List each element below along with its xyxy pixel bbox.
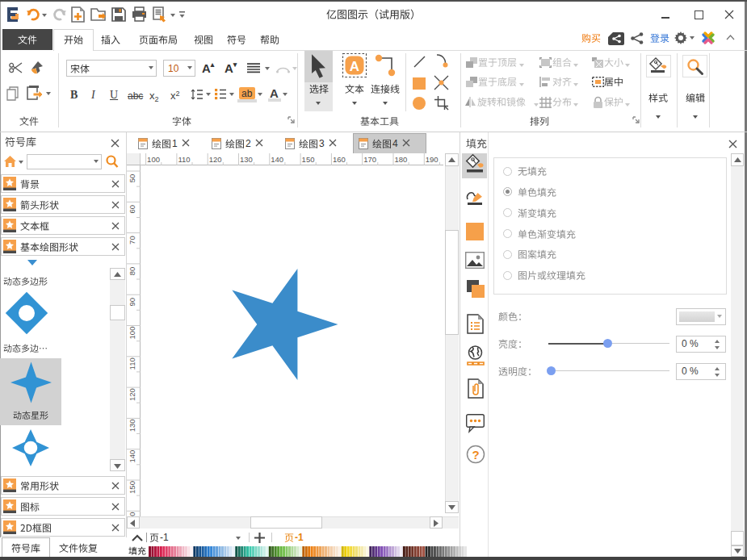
svg-text:?: ? — [472, 448, 479, 462]
